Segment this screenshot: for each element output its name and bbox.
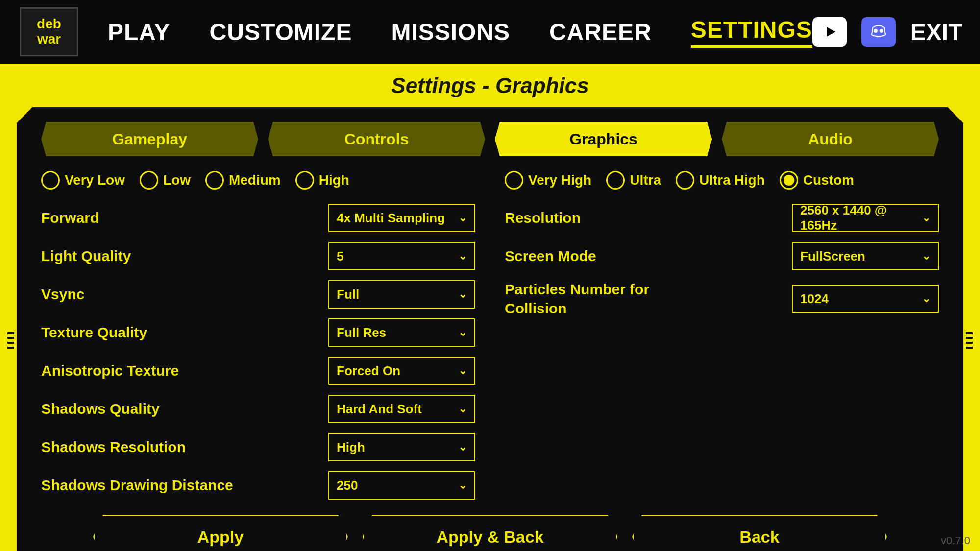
quality-row-right: Very High Ultra Ultra High Custom <box>505 171 939 190</box>
radio-ultra-high[interactable]: Ultra High <box>676 171 765 190</box>
anisotropic-dropdown[interactable]: Forced On ⌄ <box>328 357 475 385</box>
shadows-resolution-dropdown[interactable]: High ⌄ <box>328 433 475 461</box>
shadows-quality-label: Shadows Quality <box>41 401 160 417</box>
radio-very-low[interactable]: Very Low <box>41 171 125 190</box>
shadows-quality-value: Hard And Soft <box>337 402 422 417</box>
side-handle-left <box>6 311 16 370</box>
radio-medium[interactable]: Medium <box>205 171 281 190</box>
anisotropic-label: Anisotropic Texture <box>41 362 179 379</box>
radio-ultra-high-label: Ultra High <box>699 172 765 188</box>
screen-mode-label: Screen Mode <box>505 248 596 264</box>
screen-mode-arrow: ⌄ <box>922 250 931 263</box>
setting-shadows-quality: Shadows Quality Hard And Soft ⌄ <box>41 394 475 424</box>
discord-button[interactable] <box>861 17 896 47</box>
screen-mode-value: FullScreen <box>800 249 865 264</box>
setting-anisotropic: Anisotropic Texture Forced On ⌄ <box>41 356 475 385</box>
apply-back-button[interactable]: Apply & Back <box>363 515 617 551</box>
radio-high-circle <box>295 171 314 190</box>
resolution-label: Resolution <box>505 210 581 226</box>
screen-mode-dropdown[interactable]: FullScreen ⌄ <box>792 242 939 270</box>
texture-quality-arrow: ⌄ <box>458 326 467 339</box>
exit-button[interactable]: EXIT <box>910 19 963 46</box>
shadows-resolution-arrow: ⌄ <box>458 441 467 454</box>
light-quality-dropdown[interactable]: 5 ⌄ <box>328 242 475 270</box>
nav-career[interactable]: CAREER <box>549 19 652 46</box>
youtube-button[interactable] <box>812 17 847 47</box>
setting-resolution: Resolution 2560 x 1440 @ 165Hz ⌄ <box>505 203 939 233</box>
radio-custom-label: Custom <box>803 172 854 188</box>
radio-ultra-circle <box>606 171 625 190</box>
back-button[interactable]: Back <box>632 515 887 551</box>
setting-forward: Forward 4x Multi Sampling ⌄ <box>41 203 475 233</box>
bottom-buttons: Apply Apply & Back Back <box>41 510 939 551</box>
vsync-dropdown[interactable]: Full ⌄ <box>328 280 475 309</box>
nav-play[interactable]: PLAY <box>108 19 171 46</box>
setting-shadows-resolution: Shadows Resolution High ⌄ <box>41 432 475 462</box>
forward-arrow: ⌄ <box>458 212 467 224</box>
settings-content: Very Low Low Medium High <box>41 171 939 500</box>
radio-medium-circle <box>205 171 224 190</box>
shadows-distance-label: Shadows Drawing Distance <box>41 477 233 494</box>
tab-graphics[interactable]: Graphics <box>495 122 712 156</box>
light-quality-value: 5 <box>337 249 343 264</box>
radio-very-high-circle <box>505 171 523 190</box>
shadows-resolution-value: High <box>337 440 365 455</box>
forward-dropdown[interactable]: 4x Multi Sampling ⌄ <box>328 204 475 232</box>
radio-custom[interactable]: Custom <box>780 171 854 190</box>
particles-dropdown[interactable]: 1024 ⌄ <box>792 285 939 313</box>
settings-panel: Gameplay Controls Graphics Audio Very Lo… <box>15 105 965 551</box>
light-quality-label: Light Quality <box>41 248 131 264</box>
radio-ultra-label: Ultra <box>630 172 661 188</box>
shadows-distance-arrow: ⌄ <box>458 479 467 492</box>
radio-low-circle <box>140 171 158 190</box>
texture-quality-dropdown[interactable]: Full Res ⌄ <box>328 318 475 347</box>
tab-audio[interactable]: Audio <box>722 122 939 156</box>
setting-screen-mode: Screen Mode FullScreen ⌄ <box>505 241 939 271</box>
setting-texture-quality: Texture Quality Full Res ⌄ <box>41 318 475 347</box>
setting-vsync: Vsync Full ⌄ <box>41 280 475 309</box>
tab-controls[interactable]: Controls <box>268 122 485 156</box>
left-settings-col: Very Low Low Medium High <box>41 171 475 500</box>
apply-button[interactable]: Apply <box>93 515 348 551</box>
forward-value: 4x Multi Sampling <box>337 211 445 226</box>
shadows-distance-dropdown[interactable]: 250 ⌄ <box>328 471 475 500</box>
light-quality-arrow: ⌄ <box>458 250 467 263</box>
right-settings-col: Very High Ultra Ultra High Custom <box>505 171 939 500</box>
resolution-dropdown[interactable]: 2560 x 1440 @ 165Hz ⌄ <box>792 204 939 232</box>
nav-items: PLAY CUSTOMIZE MISSIONS CAREER SETTINGS <box>108 16 812 48</box>
main-area: Settings - Graphics Gameplay Controls Gr… <box>0 64 980 551</box>
logo[interactable]: debwar <box>20 7 78 56</box>
vsync-value: Full <box>337 287 359 302</box>
setting-light-quality: Light Quality 5 ⌄ <box>41 241 475 271</box>
nav-settings[interactable]: SETTINGS <box>691 16 812 48</box>
nav-right: EXIT <box>812 17 963 47</box>
radio-very-high[interactable]: Very High <box>505 171 591 190</box>
radio-ultra[interactable]: Ultra <box>606 171 661 190</box>
resolution-arrow: ⌄ <box>922 212 931 224</box>
vsync-arrow: ⌄ <box>458 288 467 301</box>
discord-icon <box>868 21 889 43</box>
nav-customize[interactable]: CUSTOMIZE <box>210 19 352 46</box>
texture-quality-label: Texture Quality <box>41 324 147 341</box>
radio-low-label: Low <box>163 172 191 188</box>
setting-particles: Particles Number for Collision 1024 ⌄ <box>505 280 939 318</box>
version-text: v0.7.0 <box>941 534 970 547</box>
page-title: Settings - Graphics <box>15 73 965 98</box>
vsync-label: Vsync <box>41 286 84 303</box>
youtube-icon <box>819 21 840 43</box>
svg-point-2 <box>874 29 878 33</box>
anisotropic-value: Forced On <box>337 363 400 379</box>
side-handle-right <box>964 311 974 370</box>
particles-arrow: ⌄ <box>922 292 931 305</box>
nav-missions[interactable]: MISSIONS <box>391 19 510 46</box>
setting-shadows-distance: Shadows Drawing Distance 250 ⌄ <box>41 471 475 500</box>
logo-text: debwar <box>37 17 61 47</box>
radio-low[interactable]: Low <box>140 171 191 190</box>
radio-ultra-high-circle <box>676 171 694 190</box>
forward-label: Forward <box>41 210 99 226</box>
resolution-value: 2560 x 1440 @ 165Hz <box>800 203 922 233</box>
radio-high[interactable]: High <box>295 171 349 190</box>
radio-very-high-label: Very High <box>528 172 591 188</box>
shadows-quality-dropdown[interactable]: Hard And Soft ⌄ <box>328 395 475 423</box>
tab-gameplay[interactable]: Gameplay <box>41 122 258 156</box>
